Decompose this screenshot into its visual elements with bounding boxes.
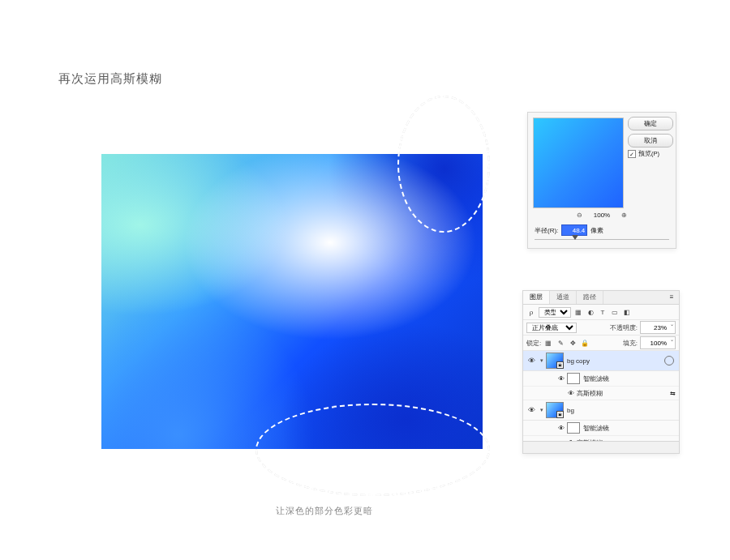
lock-transparent-icon[interactable]: ▦ [543,340,553,347]
cancel-button[interactable]: 取消 [628,134,673,147]
layer-name[interactable]: bg [567,407,574,414]
lock-position-icon[interactable]: ✥ [568,340,578,347]
smart-filters-row[interactable]: 👁 智能滤镜 [523,371,679,387]
checkbox-icon: ✓ [628,150,636,158]
caption-text: 让深色的部分色彩更暗 [276,505,373,517]
chevron-down-icon[interactable]: ⌄ [670,336,674,342]
visibility-eye-icon[interactable]: 👁 [556,425,567,432]
gaussian-blur-dialog: 确定 取消 ✓ 预览(P) ⊖ 100% ⊕ 半径(R): 像素 [527,112,676,249]
visibility-eye-icon[interactable]: 👁 [556,375,567,383]
selection-ellipse-overlay-top [397,96,490,233]
filter-smart-icon[interactable]: ◧ [622,309,632,316]
layer-row[interactable]: 👁 ▾ ▣ bg [523,400,679,421]
search-kind-icon[interactable]: ρ [526,309,536,316]
expand-icon[interactable]: ▾ [538,407,546,413]
ok-button[interactable]: 确定 [628,117,673,130]
visibility-eye-icon[interactable]: 👁 [565,390,577,397]
preview-checkbox[interactable]: ✓ 预览(P) [628,150,672,158]
tab-channels[interactable]: 通道 [550,291,577,304]
zoom-out-icon[interactable]: ⊖ [577,212,582,219]
zoom-level: 100% [594,212,610,219]
canvas-preview [101,154,483,449]
fill-label: 填充: [623,339,638,348]
radius-slider[interactable] [535,237,669,242]
opacity-label: 不透明度: [610,323,638,332]
layers-footer [523,441,679,453]
radius-unit: 像素 [590,226,603,235]
filter-name: 高斯模糊 [577,389,603,398]
lock-paint-icon[interactable]: ✎ [556,340,565,347]
panel-menu-icon[interactable]: ≡ [664,291,679,304]
filter-mask-thumbnail[interactable] [567,422,580,434]
layer-list: 👁 ▾ ▣ bg copy 👁 智能滤镜 👁 高斯模糊 ⇆ 👁 ▾ ▣ bg [523,351,679,450]
visibility-eye-icon[interactable]: 👁 [525,357,538,365]
smart-object-badge-icon: ▣ [556,361,564,369]
blur-preview-thumb[interactable] [533,118,624,208]
smart-object-badge-icon: ▣ [556,411,564,418]
smart-filters-row[interactable]: 👁 智能滤镜 [523,421,679,436]
preview-label: 预览(P) [638,150,659,158]
filter-adjust-icon[interactable]: ◐ [586,309,595,316]
layer-thumbnail[interactable]: ▣ [546,353,564,369]
filter-shape-icon[interactable]: ▭ [610,309,620,316]
page-title: 再次运用高斯模糊 [58,71,162,87]
blend-mode-select[interactable]: 正片叠底 [526,323,577,333]
lock-label: 锁定: [526,339,541,348]
slider-thumb-icon[interactable] [572,235,578,240]
filter-text-icon[interactable]: T [598,309,608,316]
chevron-down-icon[interactable]: ⌄ [670,321,674,327]
layer-name[interactable]: bg copy [567,357,590,365]
tab-paths[interactable]: 路径 [577,291,603,304]
smart-filters-label: 智能滤镜 [583,424,679,433]
layer-row[interactable]: 👁 ▾ ▣ bg copy [523,351,679,371]
smart-filters-label: 智能滤镜 [583,374,679,383]
expand-icon[interactable]: ▾ [538,357,546,364]
filter-pixel-icon[interactable]: ▦ [573,309,583,316]
radius-input[interactable] [561,224,587,236]
filter-mask-thumbnail[interactable] [567,373,580,384]
visibility-eye-icon[interactable]: 👁 [525,406,538,414]
radius-label: 半径(R): [535,226,558,235]
tab-layers[interactable]: 图层 [523,291,550,304]
kind-select[interactable]: 类型 [539,307,571,318]
lock-all-icon[interactable]: 🔒 [580,340,590,347]
layer-style-ring-icon[interactable] [664,356,674,365]
filter-row: ρ 类型 ▦ ◐ T ▭ ◧ [523,305,679,320]
layer-thumbnail[interactable]: ▣ [546,402,564,418]
zoom-in-icon[interactable]: ⊕ [621,212,627,219]
layers-panel: 图层 通道 路径 ≡ ρ 类型 ▦ ◐ T ▭ ◧ 正片叠底 不透明度: ⌄ 锁… [522,290,680,454]
filter-entry-row[interactable]: 👁 高斯模糊 ⇆ [523,387,679,400]
filter-options-icon[interactable]: ⇆ [666,390,679,397]
selection-ellipse-overlay-bottom [256,404,490,496]
